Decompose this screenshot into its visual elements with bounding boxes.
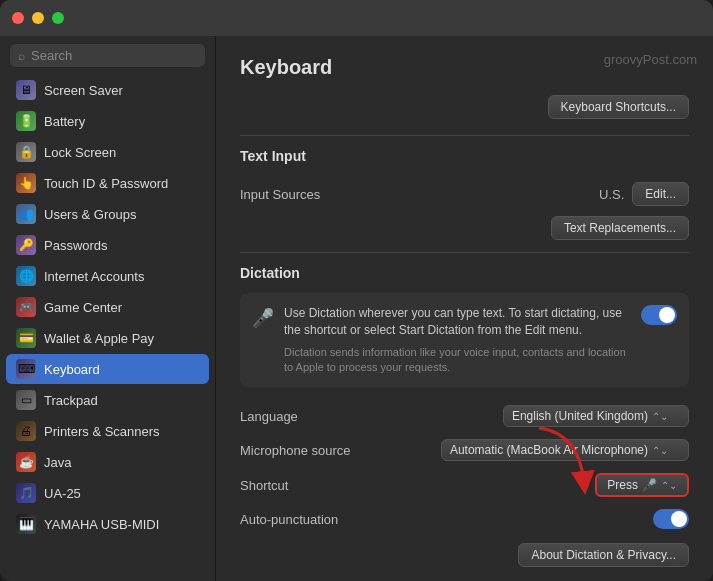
dictation-main-text: Use Dictation wherever you can type text… xyxy=(284,305,631,339)
text-replacements-button[interactable]: Text Replacements... xyxy=(551,216,689,240)
close-button[interactable] xyxy=(12,12,24,24)
sidebar-item-screen-saver[interactable]: 🖥 Screen Saver xyxy=(6,75,209,105)
sidebar-item-label: Wallet & Apple Pay xyxy=(44,331,154,346)
internet-accounts-icon: 🌐 xyxy=(16,266,36,286)
top-button-row: Keyboard Shortcuts... xyxy=(240,95,689,119)
shortcut-select[interactable]: Press 🎤 ⌃⌄ xyxy=(595,473,689,497)
chevron-updown-icon-2: ⌃⌄ xyxy=(652,445,668,456)
sidebar-item-trackpad[interactable]: ▭ Trackpad xyxy=(6,385,209,415)
sidebar-item-label: YAMAHA USB-MIDI xyxy=(44,517,159,532)
sidebar-item-label: Lock Screen xyxy=(44,145,116,160)
mic-source-select[interactable]: Automatic (MacBook Air Microphone) ⌃⌄ xyxy=(441,439,689,461)
mic-source-label: Microphone source xyxy=(240,443,351,458)
input-sources-controls: U.S. Edit... xyxy=(599,182,689,206)
sidebar-item-game-center[interactable]: 🎮 Game Center xyxy=(6,292,209,322)
sidebar-item-ua25[interactable]: 🎵 UA-25 xyxy=(6,478,209,508)
ua25-icon: 🎵 xyxy=(16,483,36,503)
main-content: groovyPost.com Keyboard Keyboard Shortcu… xyxy=(215,36,713,581)
window: ⌕ 🖥 Screen Saver 🔋 Battery 🔒 Lock Screen… xyxy=(0,0,713,581)
chevron-updown-icon: ⌃⌄ xyxy=(652,411,668,422)
input-sources-value: U.S. xyxy=(599,187,624,202)
sidebar-item-label: Screen Saver xyxy=(44,83,123,98)
dictation-section-title: Dictation xyxy=(240,265,689,281)
sidebar-item-label: Passwords xyxy=(44,238,108,253)
shortcut-mic-icon: 🎤 xyxy=(642,478,657,492)
java-icon: ☕ xyxy=(16,452,36,472)
dictation-text: Use Dictation wherever you can type text… xyxy=(284,305,631,375)
shortcut-row: Shortcut Press 🎤 ⌃⌄ xyxy=(240,467,689,503)
input-sources-label: Input Sources xyxy=(240,187,320,202)
keyboard-shortcuts-button[interactable]: Keyboard Shortcuts... xyxy=(548,95,689,119)
yamaha-icon: 🎹 xyxy=(16,514,36,534)
printers-icon: 🖨 xyxy=(16,421,36,441)
maximize-button[interactable] xyxy=(52,12,64,24)
sidebar-item-label: Keyboard xyxy=(44,362,100,377)
wallet-icon: 💳 xyxy=(16,328,36,348)
passwords-icon: 🔑 xyxy=(16,235,36,255)
game-center-icon: 🎮 xyxy=(16,297,36,317)
trackpad-icon: ▭ xyxy=(16,390,36,410)
search-icon: ⌕ xyxy=(18,49,25,63)
sidebar-item-label: Java xyxy=(44,455,71,470)
titlebar xyxy=(0,0,713,36)
sidebar-item-label: Users & Groups xyxy=(44,207,136,222)
sidebar-item-lock-screen[interactable]: 🔒 Lock Screen xyxy=(6,137,209,167)
sidebar: ⌕ 🖥 Screen Saver 🔋 Battery 🔒 Lock Screen… xyxy=(0,36,215,581)
input-sources-row: Input Sources U.S. Edit... xyxy=(240,176,689,212)
shortcut-label: Shortcut xyxy=(240,478,288,493)
sidebar-item-label: Touch ID & Password xyxy=(44,176,168,191)
sidebar-item-label: Trackpad xyxy=(44,393,98,408)
shortcut-value: Press xyxy=(607,478,638,492)
edit-button[interactable]: Edit... xyxy=(632,182,689,206)
language-label: Language xyxy=(240,409,298,424)
touch-id-icon: 👆 xyxy=(16,173,36,193)
sidebar-item-label: Printers & Scanners xyxy=(44,424,160,439)
language-value: English (United Kingdom) xyxy=(512,409,648,423)
divider-2 xyxy=(240,252,689,253)
sidebar-item-label: Internet Accounts xyxy=(44,269,144,284)
sidebar-item-battery[interactable]: 🔋 Battery xyxy=(6,106,209,136)
auto-punct-label: Auto-punctuation xyxy=(240,512,338,527)
sidebar-item-yamaha[interactable]: 🎹 YAMAHA USB-MIDI xyxy=(6,509,209,539)
screen-saver-icon: 🖥 xyxy=(16,80,36,100)
sidebar-item-wallet[interactable]: 💳 Wallet & Apple Pay xyxy=(6,323,209,353)
dictation-sub-text: Dictation sends information like your vo… xyxy=(284,345,631,376)
sidebar-item-touch-id[interactable]: 👆 Touch ID & Password xyxy=(6,168,209,198)
sidebar-item-label: Game Center xyxy=(44,300,122,315)
sidebar-item-passwords[interactable]: 🔑 Passwords xyxy=(6,230,209,260)
auto-punct-toggle[interactable] xyxy=(653,509,689,529)
auto-punctuation-row: Auto-punctuation xyxy=(240,503,689,535)
minimize-button[interactable] xyxy=(32,12,44,24)
lock-screen-icon: 🔒 xyxy=(16,142,36,162)
content-area: ⌕ 🖥 Screen Saver 🔋 Battery 🔒 Lock Screen… xyxy=(0,36,713,581)
text-input-section-title: Text Input xyxy=(240,148,689,164)
sidebar-item-keyboard[interactable]: ⌨ Keyboard xyxy=(6,354,209,384)
sidebar-item-java[interactable]: ☕ Java xyxy=(6,447,209,477)
chevron-updown-icon-3: ⌃⌄ xyxy=(661,480,677,491)
bottom-button-row: About Dictation & Privacy... xyxy=(240,543,689,567)
battery-icon: 🔋 xyxy=(16,111,36,131)
language-row: Language English (United Kingdom) ⌃⌄ xyxy=(240,399,689,433)
search-bar[interactable]: ⌕ xyxy=(10,44,205,67)
dictation-toggle[interactable] xyxy=(641,305,677,325)
search-input[interactable] xyxy=(31,48,197,63)
mic-source-row: Microphone source Automatic (MacBook Air… xyxy=(240,433,689,467)
sidebar-item-label: UA-25 xyxy=(44,486,81,501)
mic-source-value: Automatic (MacBook Air Microphone) xyxy=(450,443,648,457)
sidebar-item-internet-accounts[interactable]: 🌐 Internet Accounts xyxy=(6,261,209,291)
dictation-info-box: 🎤 Use Dictation wherever you can type te… xyxy=(240,293,689,387)
watermark: groovyPost.com xyxy=(604,52,697,67)
keyboard-icon: ⌨ xyxy=(16,359,36,379)
sidebar-item-users-groups[interactable]: 👥 Users & Groups xyxy=(6,199,209,229)
divider-1 xyxy=(240,135,689,136)
dictation-toggle-container xyxy=(641,305,677,329)
sidebar-item-printers[interactable]: 🖨 Printers & Scanners xyxy=(6,416,209,446)
users-groups-icon: 👥 xyxy=(16,204,36,224)
language-select[interactable]: English (United Kingdom) ⌃⌄ xyxy=(503,405,689,427)
microphone-icon: 🎤 xyxy=(252,307,274,329)
sidebar-item-label: Battery xyxy=(44,114,85,129)
about-dictation-button[interactable]: About Dictation & Privacy... xyxy=(518,543,689,567)
